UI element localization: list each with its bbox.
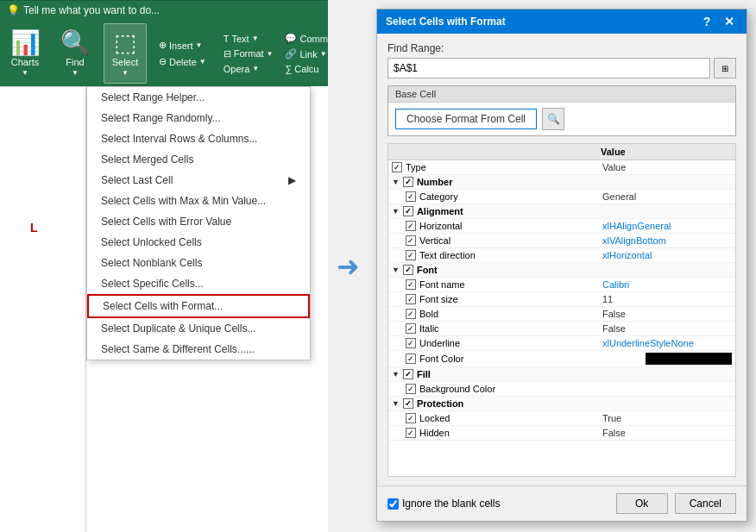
- checkbox-italic[interactable]: ✓: [406, 323, 416, 334]
- checkbox-font-color[interactable]: ✓: [406, 354, 416, 364]
- checkbox-hidden[interactable]: ✓: [406, 428, 416, 438]
- eyedropper-button[interactable]: 🔍: [542, 108, 564, 130]
- comm-label: Comm: [299, 34, 327, 44]
- comm-button[interactable]: 💬 Comm: [280, 31, 332, 46]
- dropdown-item-5[interactable]: Select Cells with Max & Min Value...: [87, 191, 310, 211]
- checkbox-horizontal[interactable]: ✓: [406, 221, 416, 231]
- footer-buttons: Ok Cancel: [616, 493, 736, 514]
- header-col2: Value: [601, 147, 730, 157]
- close-button[interactable]: ✕: [721, 15, 738, 28]
- dropdown-item-9[interactable]: Select Specific Cells...: [87, 273, 310, 294]
- dropdown-item-7[interactable]: Select Unlocked Cells: [87, 232, 310, 253]
- dropdown-item-12[interactable]: Select Same & Different Cells......: [87, 339, 310, 360]
- value-font-color: [646, 353, 732, 365]
- opera-button[interactable]: Opera ▼: [218, 62, 279, 76]
- label-background-color: Background Color: [419, 384, 495, 394]
- dropdown-item-11[interactable]: Select Duplicate & Unique Cells...: [87, 318, 310, 339]
- find-range-input[interactable]: [387, 58, 710, 78]
- text-arrow: ▼: [252, 34, 259, 42]
- label-text-direction: Text direction: [419, 250, 476, 260]
- label-category: Category: [419, 191, 458, 202]
- find-icon: 🔍: [60, 31, 91, 55]
- dialog-title: Select Cells with Format: [386, 16, 506, 28]
- select-cells-dialog: Select Cells with Format ? ✕ Find Range:…: [376, 9, 747, 522]
- checkbox-vertical[interactable]: ✓: [406, 235, 416, 246]
- value-font-name: Calibri: [602, 279, 732, 290]
- select-label: Select: [112, 57, 139, 67]
- checkbox-type[interactable]: ✓: [392, 162, 402, 172]
- checkbox-alignment[interactable]: ✓: [403, 206, 413, 216]
- dropdown-item-8[interactable]: Select Nonblank Cells: [87, 253, 310, 273]
- checkbox-number[interactable]: ✓: [403, 177, 413, 187]
- tree-row-font: ▼ ✓ Font: [388, 263, 735, 278]
- value-italic: False: [602, 323, 732, 334]
- expand-number[interactable]: ▼: [392, 178, 400, 186]
- link-button[interactable]: 🔗 Link ▼: [280, 47, 332, 61]
- checkbox-text-direction[interactable]: ✓: [406, 250, 416, 260]
- tell-me-text: Tell me what you want to do...: [23, 4, 160, 16]
- label-hidden: Hidden: [419, 428, 450, 438]
- help-button[interactable]: ?: [698, 15, 715, 28]
- calcu-label: Calcu: [294, 64, 318, 74]
- checkbox-locked[interactable]: ✓: [406, 413, 416, 423]
- ignore-blank-checkbox[interactable]: [387, 498, 399, 510]
- tree-table: Value ✓ Type Value ▼ ✓ Number: [387, 143, 736, 477]
- base-cell-header: Base Cell: [388, 86, 735, 103]
- cancel-button[interactable]: Cancel: [675, 493, 736, 514]
- checkbox-protection[interactable]: ✓: [403, 398, 413, 409]
- dropdown-item-1[interactable]: Select Range Randomly...: [87, 108, 310, 128]
- dropdown-item-0[interactable]: Select Range Helper...: [87, 87, 310, 108]
- choose-format-button[interactable]: Choose Format From Cell: [395, 109, 537, 129]
- tree-row-background-color: ✓ Background Color: [388, 382, 735, 397]
- value-hidden: False: [602, 428, 732, 438]
- checkbox-font-size[interactable]: ✓: [406, 294, 416, 304]
- label-locked: Locked: [419, 413, 450, 423]
- delete-button[interactable]: ⊖ Delete ▼: [154, 54, 211, 69]
- base-cell-section: Base Cell Choose Format From Cell 🔍: [387, 85, 736, 136]
- text-label: Text: [231, 34, 249, 44]
- checkbox-underline[interactable]: ✓: [406, 338, 416, 348]
- base-cell-body: Choose Format From Cell 🔍: [388, 103, 735, 135]
- dropdown-item-2[interactable]: Select Interval Rows & Columns...: [87, 128, 310, 149]
- format-button[interactable]: ⊟ Format ▼: [218, 47, 279, 61]
- delete-label: Delete: [169, 57, 197, 67]
- range-picker-button[interactable]: ⊞: [714, 58, 736, 78]
- insert-button[interactable]: ⊕ Insert ▼: [154, 38, 211, 53]
- dropdown-menu: Select Range Helper... Select Range Rand…: [86, 86, 311, 360]
- find-button[interactable]: 🔍 Find ▼: [54, 23, 97, 84]
- calcu-button[interactable]: ∑ Calcu: [280, 62, 332, 76]
- label-type: Type: [406, 162, 426, 172]
- dropdown-item-select-cells-format[interactable]: Select Cells with Format...: [87, 294, 310, 318]
- expand-font[interactable]: ▼: [392, 266, 400, 274]
- checkbox-font[interactable]: ✓: [403, 265, 413, 275]
- select-button[interactable]: ⬚ Select ▼: [104, 23, 147, 84]
- checkbox-font-name[interactable]: ✓: [406, 279, 416, 290]
- checkbox-fill[interactable]: ✓: [403, 369, 413, 379]
- link-icon: 🔗: [285, 48, 297, 59]
- dropdown-item-4[interactable]: Select Last Cell ▶: [87, 170, 310, 191]
- expand-fill[interactable]: ▼: [392, 370, 400, 379]
- format-label: Format: [234, 48, 264, 59]
- tree-row-protection: ▼ ✓ Protection: [388, 397, 735, 411]
- text-button[interactable]: T Text ▼: [218, 32, 279, 46]
- link-comm-group: 💬 Comm 🔗 Link ▼ ∑ Calcu: [280, 23, 332, 84]
- ok-button[interactable]: Ok: [616, 493, 668, 514]
- expand-protection[interactable]: ▼: [392, 399, 400, 408]
- checkbox-category[interactable]: ✓: [406, 191, 416, 202]
- select-dropdown-arrow: ▼: [122, 69, 129, 77]
- select-icon: ⬚: [114, 31, 136, 55]
- excel-panel: 💡 Tell me what you want to do... 📊 Chart…: [0, 0, 328, 532]
- insert-arrow: ▼: [196, 41, 203, 49]
- tell-me-bar[interactable]: 💡 Tell me what you want to do...: [0, 0, 328, 20]
- tree-row-font-name: ✓ Font name Calibri: [388, 278, 735, 292]
- expand-alignment[interactable]: ▼: [392, 207, 400, 216]
- label-protection: Protection: [417, 398, 463, 409]
- dropdown-item-3[interactable]: Select Merged Cells: [87, 149, 310, 170]
- checkbox-background-color[interactable]: ✓: [406, 384, 416, 394]
- find-dropdown-arrow: ▼: [72, 69, 79, 77]
- tree-row-text-direction: ✓ Text direction xlHorizontal: [388, 248, 735, 263]
- dropdown-item-6[interactable]: Select Cells with Error Value: [87, 211, 310, 232]
- charts-button[interactable]: 📊 Charts ▼: [3, 23, 47, 84]
- checkbox-bold[interactable]: ✓: [406, 309, 416, 319]
- cell-label: L: [30, 221, 38, 235]
